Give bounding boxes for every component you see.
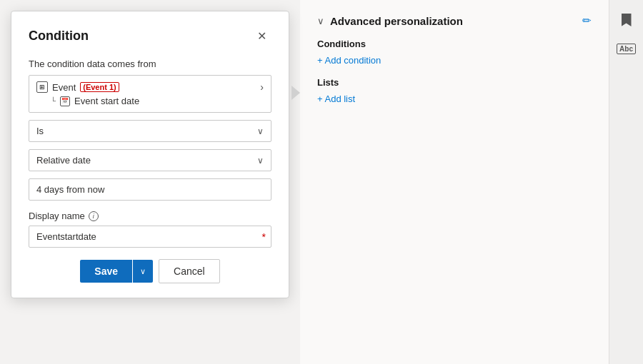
collapse-icon[interactable]: ∨ [317,16,324,26]
modal-header: Condition ✕ [29,26,271,46]
date-type-dropdown[interactable]: Relative date ∨ [29,149,271,171]
event-label: Event [52,82,76,93]
cancel-button[interactable]: Cancel [159,259,220,283]
right-panel: ∨ Advanced personalization ✏ Conditions … [300,0,643,364]
modal-title: Condition [29,29,89,44]
event-row: ⊞ Event (Event 1) [36,81,260,93]
data-source-selector[interactable]: ⊞ Event (Event 1) └ 📅 Event start date › [29,75,271,113]
data-source-label: The condition data comes from [29,59,271,69]
sidebar-icons: Abc [609,0,643,364]
data-source-content: ⊞ Event (Event 1) └ 📅 Event start date [36,81,260,106]
display-name-section: Display name i * [29,211,271,248]
save-dropdown-chevron-icon: ∨ [140,267,146,275]
add-condition-link[interactable]: + Add condition [317,55,381,66]
main-content: ∨ Advanced personalization ✏ Conditions … [300,0,609,364]
condition-modal: Condition ✕ The condition data comes fro… [11,11,289,298]
operator-value: Is [36,126,44,136]
calendar-icon: 📅 [60,96,70,106]
operator-chevron-icon: ∨ [257,126,264,136]
bookmark-icon [622,14,632,26]
tree-connector-icon: └ [51,97,56,105]
section-header: ∨ Advanced personalization ✏ [317,14,592,27]
section-title: Advanced personalization [330,15,577,27]
connector-arrow [291,86,300,100]
info-icon: i [89,211,99,221]
close-button[interactable]: ✕ [251,26,271,46]
lists-label: Lists [317,77,592,88]
save-button[interactable]: Save [80,260,132,283]
modal-footer: Save ∨ Cancel [29,259,271,283]
event-sub-label: Event start date [74,96,139,106]
abc-icon: Abc [617,44,636,54]
save-dropdown-button[interactable]: ∨ [133,260,153,283]
add-list-link[interactable]: + Add list [317,93,355,104]
operator-dropdown[interactable]: Is ∨ [29,120,271,142]
required-indicator: * [262,231,266,243]
save-button-group: Save ∨ [80,260,153,283]
date-value-field: 4 days from now [29,178,271,201]
date-type-value: Relative date [36,155,91,166]
display-name-label-row: Display name i [29,211,271,221]
abc-icon-button[interactable]: Abc [614,36,639,61]
close-icon: ✕ [257,29,266,43]
event-sub-row: └ 📅 Event start date [36,96,260,106]
edit-icon[interactable]: ✏ [582,14,592,27]
display-name-input[interactable] [29,226,271,248]
data-source-chevron-icon: › [260,81,264,93]
bookmark-icon-button[interactable] [614,7,639,33]
event-table-icon: ⊞ [36,81,48,93]
date-type-chevron-icon: ∨ [257,156,264,166]
conditions-label: Conditions [317,39,592,49]
display-name-label: Display name [29,211,85,221]
event-badge: (Event 1) [80,82,119,92]
display-name-wrapper: * [29,226,271,248]
